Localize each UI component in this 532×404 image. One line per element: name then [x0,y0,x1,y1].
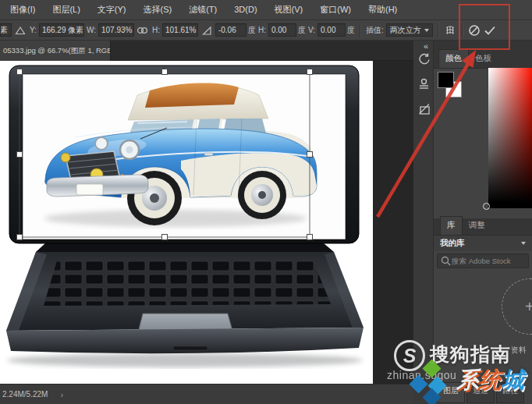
layers-panel-tabs: 图层 通道 路径 [434,382,532,403]
library-select[interactable]: 我的库 [434,236,532,251]
menu-select[interactable]: 选择(S) [135,0,181,19]
interpolation-select[interactable]: 两次立方 [386,23,433,37]
menu-view[interactable]: 视图(V) [266,0,312,19]
width-field[interactable]: 107.93% [98,23,134,37]
rotate-unit: 度 [248,25,256,36]
color-picker-cursor[interactable] [483,203,490,210]
menu-type[interactable]: 文字(Y) [89,0,135,19]
panel-icon-strip: « [413,41,434,404]
menu-3d[interactable]: 3D(D) [225,0,265,19]
transform-options-bar: 像素 Y: 166.29 像素 W: 107.93% H: 101.61% -0… [0,20,532,41]
transform-handle [162,69,168,75]
hskew-unit: 度 [298,25,306,36]
y-label: Y: [29,26,37,34]
hskew-field[interactable]: 0.00 [268,23,296,37]
tab-libraries[interactable]: 库 [440,216,463,235]
h-label: H: [151,26,161,34]
rotate-field[interactable]: -0.06 [215,23,246,37]
transform-handle [307,69,313,75]
menu-layer[interactable]: 图层(L) [44,0,88,19]
interpolation-label: 插值: [365,25,385,36]
rotate-angle-icon [200,23,214,37]
collapse-panels-icon[interactable]: « [424,41,428,51]
document-tab-bar: 05333.jpg @ 66.7%(图层 1, RGB/8#) * × [0,41,413,61]
clone-source-panel-icon[interactable] [416,76,431,91]
vskew-field[interactable]: 0.00 [317,23,346,37]
menu-help[interactable]: 帮助(H) [360,0,406,19]
search-icon [440,255,452,267]
status-chevron-icon[interactable]: › [60,390,63,399]
commit-transform-button[interactable] [483,23,497,37]
tab-swatches[interactable]: 色板 [469,50,498,68]
menu-filter[interactable]: 滤镜(T) [180,0,225,19]
transform-handle [307,235,313,240]
menu-bar: 图像(I) 图层(L) 文字(Y) 选择(S) 滤镜(T) 3D(D) 视图(V… [0,0,532,20]
foreground-color-swatch[interactable] [438,72,454,88]
vskew-unit: 度 [347,25,355,36]
panel-area: 颜色 色板 库 调整 我的库 + [434,41,532,404]
document-size: 2.24M/5.22M [2,390,48,399]
height-field[interactable]: 101.61% [162,23,198,37]
relative-position-icon[interactable] [13,23,27,37]
cancel-transform-button[interactable] [467,23,481,37]
canvas[interactable] [0,61,373,384]
w-label: W: [86,26,97,34]
search-input[interactable] [452,257,523,265]
tab-layers[interactable]: 图层 [437,382,465,403]
plus-icon: + [525,299,532,314]
right-dock: « 颜色 色板 [413,41,532,404]
color-panel-tabs: 颜色 色板 [434,41,532,69]
transform-handle [17,69,23,75]
chevron-down-icon [521,242,526,245]
tab-adjustments[interactable]: 调整 [463,217,491,235]
divider [360,23,360,37]
chevron-down-icon [424,29,429,32]
y-position-field[interactable]: 166.29 像素 [39,23,84,37]
library-search[interactable] [437,253,529,268]
warp-mode-button[interactable] [443,23,457,37]
tab-color[interactable]: 颜色 [438,49,469,68]
divider [438,23,438,37]
library-panel-tabs: 库 调整 [434,218,532,236]
vskew-label: V: [307,26,316,34]
tab-channels[interactable]: 通道 [466,382,495,403]
document-tab[interactable]: 05333.jpg @ 66.7%(图层 1, RGB/8#) * × [0,41,111,61]
pasteboard [373,61,413,384]
color-gradient-picker[interactable] [488,68,532,208]
status-bar: 2.24M/5.22M › [0,384,413,404]
link-aspect-icon[interactable] [136,23,150,37]
x-position-field[interactable]: 像素 [0,23,12,37]
transform-handle [307,152,313,158]
transform-handle [17,152,23,158]
tab-paths[interactable]: 路径 [496,382,524,403]
history-panel-icon[interactable] [416,51,431,66]
divider [462,23,463,37]
menu-image[interactable]: 图像(I) [2,0,44,19]
transform-handle [162,235,168,240]
document-title: 05333.jpg @ 66.7%(图层 1, RGB/8#) * [3,46,111,56]
hskew-label: H: [257,26,267,34]
photoshop-window: 图像(I) 图层(L) 文字(Y) 选择(S) 滤镜(T) 3D(D) 视图(V… [0,0,532,404]
transform-handle [17,235,23,240]
menu-window[interactable]: 窗口(W) [311,0,360,19]
notes-panel-icon[interactable] [416,101,431,116]
